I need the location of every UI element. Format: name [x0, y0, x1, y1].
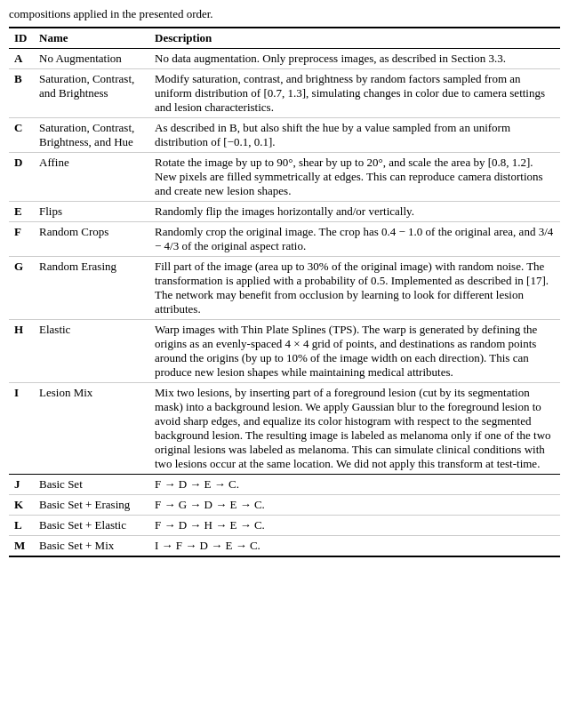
row-description: Warp images with Thin Plate Splines (TPS…	[149, 320, 560, 383]
header-description: Description	[149, 28, 560, 49]
row-id: J	[9, 475, 34, 495]
table-row: CSaturation, Contrast, Brightness, and H…	[9, 118, 560, 153]
table-row: ILesion MixMix two lesions, by inserting…	[9, 383, 560, 475]
row-name: Basic Set + Erasing	[34, 495, 149, 516]
row-name: Elastic	[34, 320, 149, 383]
table-row: ANo AugmentationNo data augmentation. On…	[9, 49, 560, 69]
row-description: F → D → H → E → C.	[149, 516, 560, 536]
row-name: Random Erasing	[34, 257, 149, 320]
augmentation-table: ID Name Description ANo AugmentationNo d…	[9, 27, 560, 557]
table-row: EFlipsRandomly flip the images horizonta…	[9, 202, 560, 222]
row-id: I	[9, 383, 34, 475]
table-row: LBasic Set + ElasticF → D → H → E → C.	[9, 516, 560, 536]
header-id: ID	[9, 28, 34, 49]
table-row: BSaturation, Contrast, and BrightnessMod…	[9, 69, 560, 118]
row-id: H	[9, 320, 34, 383]
row-name: Flips	[34, 202, 149, 222]
row-description: F → G → D → E → C.	[149, 495, 560, 516]
row-name: Basic Set	[34, 475, 149, 495]
row-id: F	[9, 222, 34, 257]
row-id: A	[9, 49, 34, 69]
table-header-row: ID Name Description	[9, 28, 560, 49]
row-id: D	[9, 153, 34, 202]
table-row: DAffineRotate the image by up to 90°, sh…	[9, 153, 560, 202]
row-name: Lesion Mix	[34, 383, 149, 475]
row-name: Saturation, Contrast, and Brightness	[34, 69, 149, 118]
row-description: F → D → E → C.	[149, 475, 560, 495]
row-description: I → F → D → E → C.	[149, 536, 560, 557]
header-name: Name	[34, 28, 149, 49]
row-description: Randomly crop the original image. The cr…	[149, 222, 560, 257]
row-name: Affine	[34, 153, 149, 202]
table-row: KBasic Set + ErasingF → G → D → E → C.	[9, 495, 560, 516]
table-row: GRandom ErasingFill part of the image (a…	[9, 257, 560, 320]
table-row: FRandom CropsRandomly crop the original …	[9, 222, 560, 257]
table-row: MBasic Set + MixI → F → D → E → C.	[9, 536, 560, 557]
row-id: B	[9, 69, 34, 118]
row-description: Mix two lesions, by inserting part of a …	[149, 383, 560, 475]
row-id: C	[9, 118, 34, 153]
row-id: E	[9, 202, 34, 222]
table-row: HElasticWarp images with Thin Plate Spli…	[9, 320, 560, 383]
row-description: Modify saturation, contrast, and brightn…	[149, 69, 560, 118]
row-description: Rotate the image by up to 90°, shear by …	[149, 153, 560, 202]
row-id: K	[9, 495, 34, 516]
row-description: No data augmentation. Only preprocess im…	[149, 49, 560, 69]
row-description: Fill part of the image (area up to 30% o…	[149, 257, 560, 320]
row-name: Random Crops	[34, 222, 149, 257]
row-name: Basic Set + Mix	[34, 536, 149, 557]
row-name: Saturation, Contrast, Brightness, and Hu…	[34, 118, 149, 153]
intro-text: compositions applied in the presented or…	[9, 7, 560, 21]
row-name: Basic Set + Elastic	[34, 516, 149, 536]
row-id: M	[9, 536, 34, 557]
row-name: No Augmentation	[34, 49, 149, 69]
row-description: As described in B, but also shift the hu…	[149, 118, 560, 153]
table-row: JBasic SetF → D → E → C.	[9, 475, 560, 495]
row-id: L	[9, 516, 34, 536]
row-id: G	[9, 257, 34, 320]
row-description: Randomly flip the images horizontally an…	[149, 202, 560, 222]
